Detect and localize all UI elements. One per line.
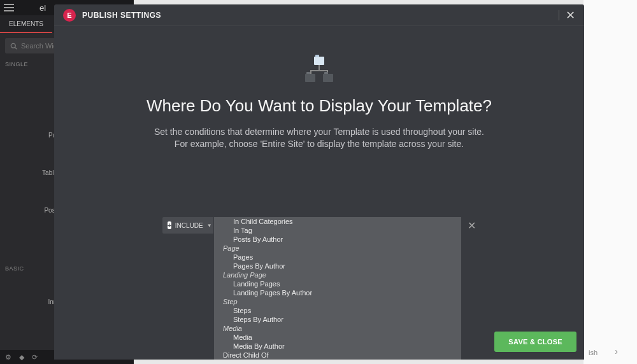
- elementor-brand-icon: E: [63, 9, 76, 22]
- dropdown-option[interactable]: Landing Pages By Author: [214, 288, 461, 297]
- dropdown-option[interactable]: Steps By Author: [214, 315, 461, 324]
- layers-icon[interactable]: ◆: [19, 353, 24, 361]
- dropdown-option[interactable]: Steps: [214, 306, 461, 315]
- dropdown-option[interactable]: Landing Pages: [214, 279, 461, 288]
- dropdown-option: Step: [214, 297, 461, 306]
- chevron-right-icon[interactable]: ›: [615, 346, 618, 356]
- plus-icon: +: [168, 221, 171, 229]
- modal-subtext: Set the conditions that determine where …: [54, 126, 584, 150]
- modal-header: E PUBLISH SETTINGS ✕: [54, 4, 584, 26]
- modal-body: Where Do You Want to Display Your Templa…: [54, 26, 584, 360]
- dropdown-option[interactable]: In Tag: [214, 226, 461, 235]
- search-icon: [10, 43, 17, 50]
- dropdown-option: Media: [214, 324, 461, 333]
- dropdown-option[interactable]: Pages: [214, 253, 461, 262]
- modal-title: PUBLISH SETTINGS: [82, 11, 161, 20]
- dropdown-option: Landing Page: [214, 270, 461, 279]
- dropdown-option[interactable]: Media: [214, 333, 461, 342]
- include-exclude-select[interactable]: + INCLUDE ▼: [162, 217, 213, 234]
- save-and-close-button[interactable]: SAVE & CLOSE: [494, 332, 576, 352]
- hamburger-icon[interactable]: [4, 4, 14, 11]
- conditions-illustration: [305, 57, 333, 82]
- chevron-down-icon: ▼: [207, 223, 212, 228]
- divider: [559, 10, 559, 20]
- tab-elements[interactable]: ELEMENTS: [0, 15, 52, 33]
- svg-line-1: [15, 47, 17, 49]
- modal-header-actions: ✕: [559, 10, 575, 21]
- remove-condition-icon[interactable]: ✕: [466, 220, 477, 231]
- editor-title: el: [39, 3, 46, 13]
- right-background: ish ›: [583, 0, 637, 364]
- history-icon[interactable]: ⟳: [32, 353, 38, 361]
- dropdown-option[interactable]: In Child Categories: [214, 217, 461, 226]
- dropdown-option[interactable]: Posts By Author: [214, 235, 461, 244]
- close-icon[interactable]: ✕: [566, 10, 575, 21]
- dropdown-option[interactable]: Pages By Author: [214, 262, 461, 270]
- dropdown-option[interactable]: Direct Child Of: [214, 351, 461, 360]
- dropdown-option: Page: [214, 244, 461, 253]
- svg-point-0: [11, 43, 15, 48]
- publish-partial: ish: [589, 349, 598, 356]
- condition-dropdown[interactable]: In Child CategoriesIn TagPosts By Author…: [214, 217, 461, 360]
- dropdown-option[interactable]: Media By Author: [214, 342, 461, 351]
- settings-icon[interactable]: ⚙: [5, 353, 11, 361]
- modal-heading: Where Do You Want to Display Your Templa…: [54, 96, 584, 116]
- include-label: INCLUDE: [175, 222, 203, 229]
- publish-settings-modal: E PUBLISH SETTINGS ✕ Where Do You Want t…: [54, 4, 584, 360]
